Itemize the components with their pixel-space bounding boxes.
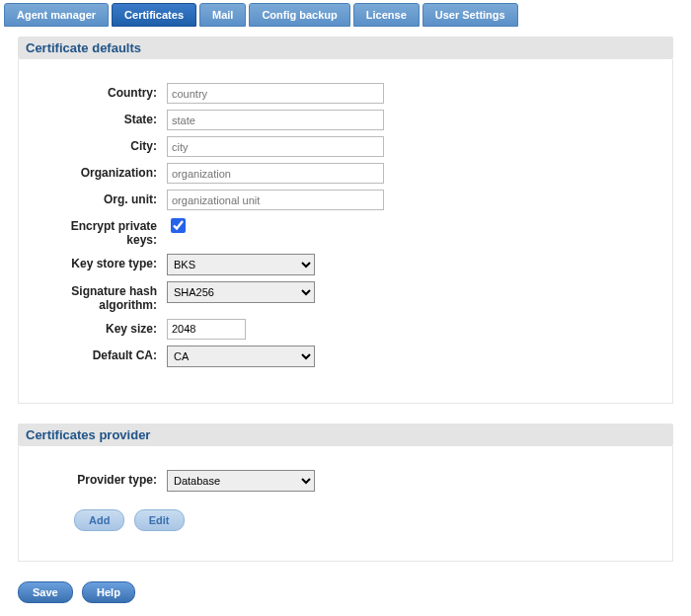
tab-user-settings[interactable]: User Settings (422, 3, 518, 27)
panel-body-provider: Provider type: Database Add Edit (18, 446, 673, 562)
panel-header-provider: Certificates provider (18, 424, 673, 446)
label-encrypt-keys: Encrypt private keys: (38, 216, 167, 248)
panel-header-defaults: Certificate defaults (18, 37, 673, 59)
tab-mail[interactable]: Mail (199, 3, 246, 27)
label-organization: Organization: (38, 163, 167, 180)
select-provider-type[interactable]: Database (167, 470, 315, 492)
panel-certificates-provider: Certificates provider Provider type: Dat… (18, 424, 673, 562)
panel-certificate-defaults: Certificate defaults Country: State: Cit… (18, 37, 673, 404)
label-key-size: Key size: (38, 319, 167, 336)
select-default-ca[interactable]: CA (167, 346, 315, 367)
select-key-store-type[interactable]: BKS (167, 254, 315, 275)
label-provider-type: Provider type: (38, 470, 167, 487)
label-default-ca: Default CA: (38, 346, 167, 362)
edit-button[interactable]: Edit (134, 509, 185, 531)
input-key-size[interactable] (167, 319, 246, 340)
label-key-store-type: Key store type: (38, 254, 167, 270)
input-state[interactable] (167, 110, 384, 130)
label-country: Country: (38, 83, 167, 100)
content-area: Certificate defaults Country: State: Cit… (0, 27, 691, 616)
tab-config-backup[interactable]: Config backup (249, 3, 349, 27)
label-state: State: (38, 110, 167, 126)
tab-license[interactable]: License (353, 3, 420, 27)
select-sig-hash-alg[interactable]: SHA256 (167, 281, 315, 303)
save-button[interactable]: Save (18, 581, 73, 603)
input-organization[interactable] (167, 163, 384, 184)
tab-agent-manager[interactable]: Agent manager (4, 3, 109, 27)
label-sig-hash-alg: Signature hash algorithm: (38, 281, 167, 313)
panel-body-defaults: Country: State: City: Organization: (18, 59, 673, 404)
add-button[interactable]: Add (74, 509, 124, 531)
label-city: City: (38, 136, 167, 153)
help-button[interactable]: Help (82, 581, 135, 603)
input-country[interactable] (167, 83, 384, 104)
checkbox-encrypt-keys[interactable] (171, 218, 186, 233)
label-org-unit: Org. unit: (38, 190, 167, 206)
footer-buttons: Save Help (18, 581, 673, 616)
input-org-unit[interactable] (167, 190, 384, 210)
tab-bar: Agent manager Certificates Mail Config b… (0, 0, 691, 27)
input-city[interactable] (167, 136, 384, 157)
tab-certificates[interactable]: Certificates (112, 3, 196, 27)
